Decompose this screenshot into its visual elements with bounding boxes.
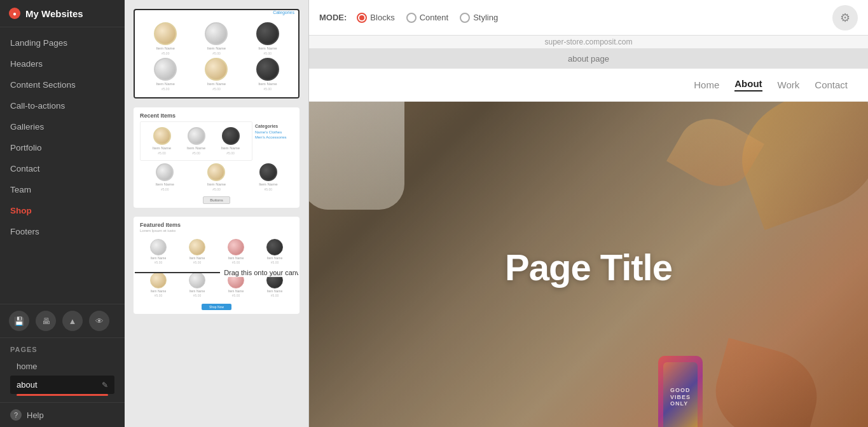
sidebar-nav: Landing Pages Headers Content Sections C… (0, 27, 125, 304)
phone-shape: GOODVIBESONLY (658, 356, 703, 427)
question-icon: ? (10, 409, 22, 421)
sidebar-item-headers[interactable]: Headers (0, 53, 125, 74)
watch-gold-1 (154, 22, 177, 45)
page-edit-icon[interactable]: ✎ (102, 381, 108, 390)
page-about[interactable]: about ✎ (10, 376, 114, 394)
nav-contact[interactable]: Contact (815, 79, 848, 90)
sidebar-item-footers[interactable]: Footers (0, 221, 125, 242)
watch-gold-2 (205, 58, 228, 81)
sidebar-item-galleries[interactable]: Galleries (0, 116, 125, 137)
drag-arrowhead-left (134, 269, 134, 276)
sidebar-item-contact[interactable]: Contact (0, 158, 125, 179)
watch-item: Item Name #5.00 (192, 22, 240, 55)
shop-now-button[interactable]: Shop Now (202, 304, 231, 310)
nav-work[interactable]: Work (778, 79, 800, 90)
sidebar-item-portfolio[interactable]: Portfolio (0, 137, 125, 158)
help-button[interactable]: ? Help (0, 402, 125, 427)
sidebar-item-team[interactable]: Team (0, 179, 125, 200)
settings-button[interactable]: ⚙ (832, 5, 858, 30)
page-banner: about page (309, 49, 868, 69)
watch-grid-featured-bot: Item Name#5.00 Item Name#5.00 Item Name#… (135, 268, 298, 301)
canvas-area: MODE: Blocks Content Styling ⚙ super-sto… (309, 0, 868, 427)
blocks-radio[interactable] (357, 13, 367, 23)
block-card-3[interactable]: Featured Items Lorem Ipsum et iusto Item… (134, 217, 300, 314)
about-active-underline (17, 394, 108, 396)
nav-about[interactable]: About (734, 78, 762, 92)
watch-item: Item Name #5.00 (141, 58, 189, 91)
nav-home[interactable]: Home (694, 79, 719, 90)
watch-item: Item Name #5.00 (192, 58, 240, 91)
block-card-1[interactable]: Categories Item Name #5.00 Item Name #5.… (134, 9, 300, 98)
block-card-2[interactable]: Recent Items Item Name#5.00 Item Name#5.… (134, 107, 300, 208)
desktop-icon-btn[interactable]: 🖶 (36, 311, 56, 331)
blocks-panel: Categories Item Name #5.00 Item Name #5.… (125, 0, 309, 427)
sidebar-header[interactable]: ● My Websites (0, 0, 125, 27)
upload-icon-btn[interactable]: ▲ (62, 311, 83, 331)
sidebar-icon-bar: 💾 🖶 ▲ 👁 (0, 304, 125, 338)
featured-items-label: Featured Items (135, 218, 298, 229)
eye-icon-btn[interactable]: 👁 (89, 311, 109, 331)
mode-styling[interactable]: Styling (460, 13, 498, 23)
button-row-2: Buttons (135, 194, 298, 207)
sidebar: ● My Websites Landing Pages Headers Cont… (0, 0, 125, 427)
database-icon-btn[interactable]: 💾 (9, 311, 29, 331)
featured-sub-label: Lorem Ipsum et iusto (135, 229, 298, 235)
watch-silver-2 (154, 58, 177, 81)
content-radio[interactable] (406, 13, 417, 23)
watch-grid-featured-top: Item Name#5.00 Item Name#5.00 Item Name#… (135, 235, 298, 268)
mode-blocks[interactable]: Blocks (357, 13, 394, 23)
watch-item: Item Name #5.00 (244, 22, 292, 55)
mode-content[interactable]: Content (406, 13, 449, 23)
watch-dark-2 (256, 58, 279, 81)
preview-navbar: Home About Work Contact (309, 69, 868, 102)
watch-grid-1: Item Name #5.00 Item Name #5.00 Item Nam… (135, 16, 298, 97)
watch-dark-1 (256, 22, 279, 45)
sidebar-item-landing-pages[interactable]: Landing Pages (0, 32, 125, 53)
canvas-topbar: MODE: Blocks Content Styling ⚙ (309, 0, 868, 36)
categories-side-label: Categories (255, 124, 293, 128)
cup-shape (309, 102, 404, 210)
sidebar-title: My Websites (25, 8, 83, 19)
buttons-label[interactable]: Buttons (203, 196, 230, 204)
globe-icon: ● (9, 8, 20, 19)
pages-label: PAGES (10, 346, 114, 353)
hero-section: GOODVIBESONLY Page Title (309, 102, 868, 427)
sidebar-item-shop[interactable]: Shop (0, 200, 125, 221)
mode-label: MODE: (319, 13, 347, 22)
pages-section: PAGES home about ✎ (0, 338, 125, 402)
preview-area: Home About Work Contact GOODVIBESONLY Pa… (309, 69, 868, 427)
hero-title: Page Title (505, 246, 672, 288)
sidebar-item-cta[interactable]: Call-to-actions (0, 95, 125, 116)
categories-label-1: Categories (135, 10, 298, 16)
watch-silver-1 (205, 22, 228, 45)
watch-item: Item Name #5.00 (141, 22, 189, 55)
page-home[interactable]: home (10, 357, 114, 376)
styling-radio[interactable] (460, 13, 470, 23)
phone-text: GOODVIBESONLY (663, 362, 698, 427)
watch-item: Item Name #5.00 (244, 58, 292, 91)
url-bar: super-store.composit.com (309, 36, 868, 49)
recent-items-label: Recent Items (135, 109, 298, 120)
sidebar-item-content-sections[interactable]: Content Sections (0, 74, 125, 95)
